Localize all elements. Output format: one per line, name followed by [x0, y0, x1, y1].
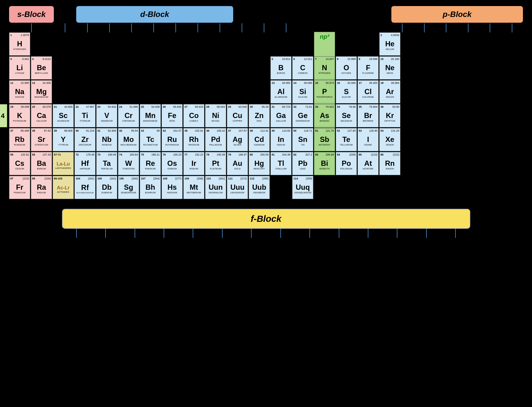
element-os: 76190.23OsOSMIUM [162, 152, 183, 175]
element-si: 1428.086SiSILICON [292, 80, 313, 103]
element-ti: 2247.867TiTITANIUM [74, 104, 96, 127]
element-nb: 4192.906NbNIOBIUM [96, 128, 117, 151]
element-te: 52127.60TeTELLURIUM [336, 128, 357, 151]
element-cl: 1735.453ClCHLORINE [357, 80, 379, 103]
element-k: 1939.098KPOTASSIUM [9, 104, 30, 127]
element-sb: 51121.76SbANTIMONY [314, 128, 335, 151]
element-pb: 82207.2PbLEAD [292, 152, 313, 175]
element-h: 11.0079HHYDROGEN [9, 32, 30, 56]
element-uuu: 111(272)UuuUNUNUNIUM [227, 176, 248, 199]
element-n: 714.007NNITROGEN [314, 56, 335, 80]
element-f: 918.998FFLUORINE [357, 56, 379, 80]
element-xe: 54131.29XeXENON [379, 128, 400, 151]
element-ba: 56137.33BaBARIUM [31, 152, 52, 175]
element-zr: 4091.224ZrZIRCONIUM [74, 128, 96, 151]
element-cr: 2451.996CrCHROMIUM [118, 104, 139, 127]
element-re: 75186.21ReRHENIUM [140, 152, 161, 175]
element-bh: 107(264)BhBOHRIUM [140, 176, 161, 199]
element-mn: 2554.938MnMANGANESE [140, 104, 161, 127]
element-ag: 47107.87AgSILVER [227, 128, 248, 151]
element-sg: 106(266)SgSEABORGIUM [118, 176, 139, 199]
p-block-label: p-Block [443, 10, 472, 19]
f-block-section: f-Block [9, 209, 523, 238]
element-kr: 3683.80KrKRYPTON [379, 104, 400, 127]
element-at: 85(210)AtASTATINE [357, 152, 379, 175]
element-rf: 104(261)RfRUTHERFORDIUM [74, 176, 96, 199]
main-container: s-Block d-Block p-Block [3, 3, 529, 241]
element-uun: 110(281)UunUNUNNILIUM [205, 176, 226, 199]
element-hs: 108(277)HsHASSIUM [162, 176, 183, 199]
element-ne: 1020.180NeNEON [379, 56, 400, 80]
d-block-label: d-Block [140, 10, 169, 19]
f-block-label: f-Block [251, 214, 282, 224]
p-block-header: p-Block [391, 6, 523, 23]
periodic-table: 4np³11.0079HHYDROGEN24.0026HeHELIUM36.94… [9, 32, 403, 203]
element-v: 2350.942VVANADIUM [96, 104, 117, 127]
element-cs: 55132.91CsCESIUM [9, 152, 30, 175]
element-tl: 81204.38TlTHALLIUM [270, 152, 292, 175]
element-y: 3988.906YYTTRIUM [53, 128, 74, 151]
s-block-header: s-Block [9, 6, 54, 23]
element-mt: 109(268)MtMEITNERIUM [183, 176, 204, 199]
element-sr: 3887.62SrSTRONTIUM [31, 128, 52, 151]
element-db: 105(262)DbDUBNIUM [96, 176, 117, 199]
element-ni: 2858.693NiNICKEL [205, 104, 226, 127]
element-fe: 2655.845FeIRON [162, 104, 183, 127]
d-block-header: d-Block [76, 6, 233, 23]
element-ra: 88(226)RaRADIUM [31, 176, 52, 199]
element-s: 1632.065SSULFUR [336, 80, 357, 103]
row-4-label: 4 [0, 104, 7, 127]
element-ta: 73180.95TaTANTALUM [96, 152, 117, 175]
element-be: 49.0122BeBERYLLIUM [31, 56, 52, 80]
element-tc: 4398TcTECHNETIUM [140, 128, 161, 151]
element-c: 612.011CCARBON [292, 56, 313, 80]
element-ga: 3169.723GaGALLIUM [270, 104, 292, 127]
element-b: 510.811BBORON [270, 56, 292, 80]
element-ru: 44101.07RuRUTHENIUM [162, 128, 183, 151]
element-as: 3374.922AsARSENIC [314, 104, 335, 127]
element-cu: 2963.546CuCOPPER [227, 104, 248, 127]
element-ca: 2040.078CaCALCIUM [31, 104, 52, 127]
element-la-lu: 57-71La-LuLANTHANIDES [53, 152, 74, 175]
element-po: 84(209)PoPOLONIUM [336, 152, 357, 175]
element-w: 74183.84WTUNGSTEN [118, 152, 139, 175]
f-block-header: f-Block [62, 209, 470, 229]
element-hf: 72178.49HfHAFNIUM [74, 152, 96, 175]
element-br: 3579.904BrBROMINE [357, 104, 379, 127]
element-p: 1530.974PPHOSPHORUS [314, 80, 335, 103]
element-ac-lr: 89-103Ac-LrACTINIDES [53, 176, 74, 199]
element-mo: 4295.94MoMOLYBDENUM [118, 128, 139, 151]
element-hg: 80200.59HgMERCURY [249, 152, 270, 175]
element-au: 79196.97AuGOLD [227, 152, 248, 175]
element-ge: 3272.61GeGERMANIUM [292, 104, 313, 127]
element-sn: 50118.71SnTIN [292, 128, 313, 151]
element-li: 36.941LiLITHIUM [9, 56, 30, 80]
element-rb: 3785.468RbRUBIDIUM [9, 128, 30, 151]
element-i: 53126.90IIODINE [357, 128, 379, 151]
s-block-label: s-Block [17, 10, 46, 19]
element-pd: 46106.42PdPALLADIUM [205, 128, 226, 151]
element-fr: 87(223)FrFRANCIUM [9, 176, 30, 199]
element-cd: 48112.41CdCADMIUM [249, 128, 270, 151]
element-co: 2758.933CoCOBALT [183, 104, 204, 127]
element-zn: 3065.39ZnZINC [249, 104, 270, 127]
element-ir: 77192.22IrIRIDIUM [183, 152, 204, 175]
element-na: 1122.990NaSODIUM [9, 80, 30, 103]
element-bi: 83208.98BiBISMUTH [314, 152, 335, 175]
element-mg: 1224.305MgMAGNESIUM [31, 80, 52, 103]
element-sc: 2144.956ScSCANDIUM [53, 104, 74, 127]
element-he: 24.0026HeHELIUM [379, 32, 400, 56]
element-uub: 112(285)UubUNUNBIUM [249, 176, 270, 199]
element-o: 815.999OOXYGEN [336, 56, 357, 80]
element-pt: 78195.08PtPLATINUM [205, 152, 226, 175]
element-in: 49114.82InINDIUM [270, 128, 292, 151]
element-ar: 1839.984ArARGON [379, 80, 400, 103]
element-uuq: 114(289)UuqUNUNQUADIUM [292, 176, 313, 199]
element-se: 3478.96SeSELENIUM [336, 104, 357, 127]
element-al: 1326.982AlALUMINIUM [270, 80, 292, 103]
element-rh: 45102.91RhRHODIUM [183, 128, 204, 151]
element-rn: 86(222)RnRADON [379, 152, 400, 175]
